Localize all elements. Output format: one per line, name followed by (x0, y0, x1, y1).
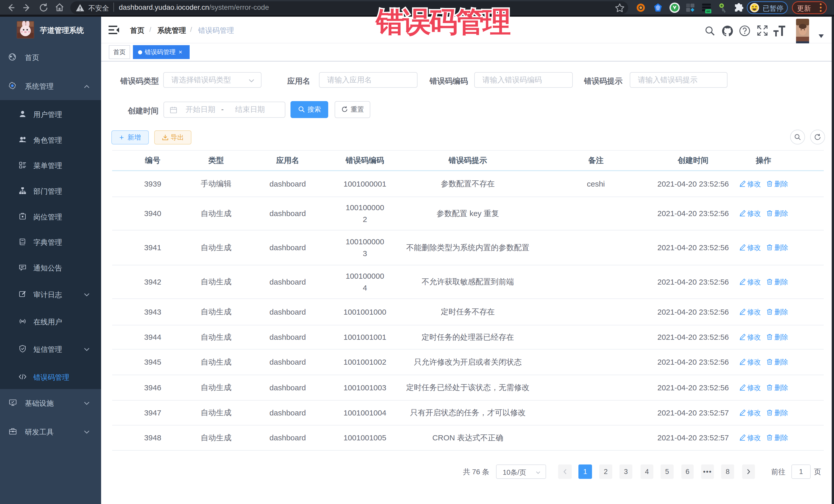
svg-text:on: on (706, 9, 710, 13)
svg-text:错误码管理: 错误码管理 (375, 6, 510, 38)
